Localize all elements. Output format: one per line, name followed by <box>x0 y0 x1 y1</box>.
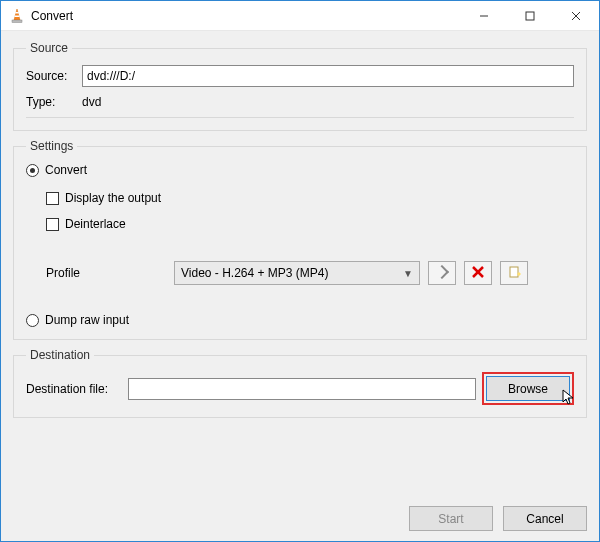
destination-group: Destination Destination file: Browse <box>13 348 587 418</box>
radio-icon <box>26 164 39 177</box>
profile-label: Profile <box>46 266 166 280</box>
new-file-icon <box>507 265 521 282</box>
svg-rect-5 <box>526 12 534 20</box>
settings-group: Settings Convert Display the output Dein… <box>13 139 587 340</box>
cancel-button[interactable]: Cancel <box>503 506 587 531</box>
minimize-button[interactable] <box>461 1 507 30</box>
highlight-box: Browse <box>482 372 574 405</box>
titlebar: Convert <box>1 1 599 31</box>
display-output-label: Display the output <box>65 191 161 205</box>
convert-radio[interactable]: Convert <box>26 163 574 177</box>
checkbox-icon <box>46 218 59 231</box>
source-input[interactable] <box>82 65 574 87</box>
source-group: Source Source: Type: dvd <box>13 41 587 131</box>
window-title: Convert <box>31 9 461 23</box>
vlc-icon <box>9 8 25 24</box>
deinterlace-label: Deinterlace <box>65 217 126 231</box>
svg-rect-3 <box>12 20 22 23</box>
display-output-checkbox[interactable]: Display the output <box>46 191 574 205</box>
new-profile-button[interactable] <box>500 261 528 285</box>
svg-rect-9 <box>441 270 449 278</box>
svg-rect-1 <box>15 12 18 14</box>
type-label: Type: <box>26 95 76 109</box>
footer-buttons: Start Cancel <box>1 502 599 541</box>
convert-dialog: Convert Source Source: Type: dvd <box>0 0 600 542</box>
settings-legend: Settings <box>26 139 77 153</box>
delete-profile-button[interactable] <box>464 261 492 285</box>
svg-rect-12 <box>510 267 518 277</box>
svg-rect-2 <box>15 15 20 17</box>
source-legend: Source <box>26 41 72 55</box>
profile-value: Video - H.264 + MP3 (MP4) <box>181 266 329 280</box>
svg-marker-0 <box>14 9 20 20</box>
destination-file-label: Destination file: <box>26 382 122 396</box>
browse-button[interactable]: Browse <box>486 376 570 401</box>
start-button[interactable]: Start <box>409 506 493 531</box>
destination-legend: Destination <box>26 348 94 362</box>
divider <box>26 117 574 118</box>
source-label: Source: <box>26 69 76 83</box>
deinterlace-checkbox[interactable]: Deinterlace <box>46 217 574 231</box>
destination-file-input[interactable] <box>128 378 476 400</box>
tools-icon <box>435 265 449 282</box>
window-buttons <box>461 1 599 30</box>
dump-raw-label: Dump raw input <box>45 313 129 327</box>
convert-radio-label: Convert <box>45 163 87 177</box>
edit-profile-button[interactable] <box>428 261 456 285</box>
profile-select[interactable]: Video - H.264 + MP3 (MP4) ▼ <box>174 261 420 285</box>
client-area: Source Source: Type: dvd Settings Conver… <box>1 31 599 502</box>
close-button[interactable] <box>553 1 599 30</box>
radio-icon <box>26 314 39 327</box>
maximize-button[interactable] <box>507 1 553 30</box>
dump-raw-radio[interactable]: Dump raw input <box>26 313 574 327</box>
delete-icon <box>472 266 484 281</box>
chevron-down-icon: ▼ <box>403 268 413 279</box>
checkbox-icon <box>46 192 59 205</box>
type-value: dvd <box>82 95 101 109</box>
